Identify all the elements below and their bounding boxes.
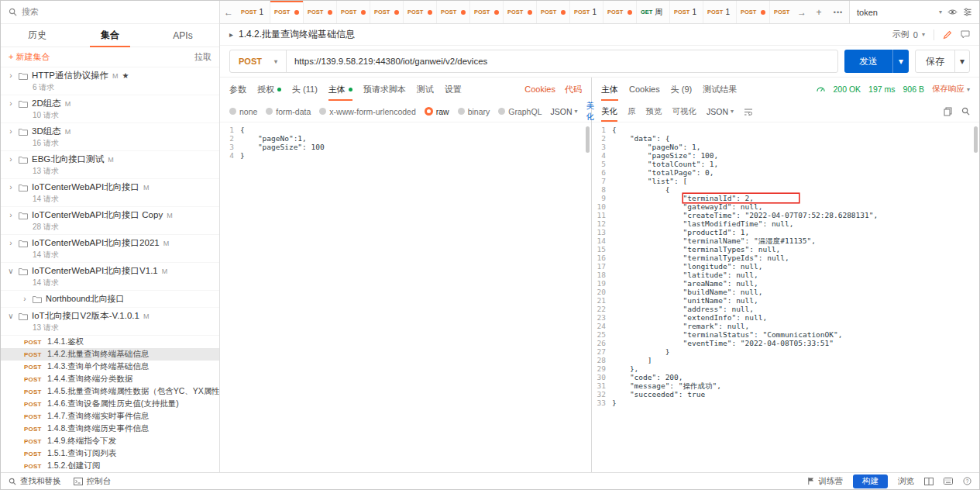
open-request-tab[interactable]: POST1... <box>337 1 370 23</box>
response-tab[interactable]: 头 (9) <box>671 78 693 101</box>
request-list-item[interactable]: POST1.5.1.查询订阅列表 <box>1 447 219 460</box>
request-list-item[interactable]: POST1.4.4.查询终端分类数据 <box>1 373 219 385</box>
split-pane-icon[interactable] <box>924 478 934 485</box>
body-mode-none[interactable]: none <box>229 107 257 116</box>
response-language-dropdown[interactable]: JSON▾ <box>707 107 734 116</box>
sidebar-tab-1[interactable]: 集合 <box>74 24 146 47</box>
chevron-right-icon[interactable]: › <box>21 295 29 303</box>
request-body-editor[interactable]: 1{2 "pageNo":1,3 "pageSize": 1004} <box>220 122 591 472</box>
request-list-item[interactable]: POST1.5.2.创建订阅 <box>1 460 219 472</box>
chevron-down-icon[interactable]: ∨ <box>7 267 15 275</box>
open-request-tab[interactable]: POST1 <box>270 1 304 23</box>
open-request-tab[interactable]: GET周 <box>637 1 670 23</box>
save-response-dropdown[interactable]: 保存响应▾ <box>932 84 970 95</box>
open-request-tab[interactable]: POST1... <box>470 1 504 23</box>
body-mode-raw[interactable]: raw <box>425 107 449 116</box>
url-input[interactable]: https://139.9.58.219:44380/iot/ganwei/v2… <box>287 57 837 66</box>
open-request-tab[interactable]: POST1 <box>703 1 737 23</box>
open-request-tab[interactable]: POST1... <box>437 1 470 23</box>
subfolder-item[interactable]: ›Northbound北向接口 <box>1 291 219 308</box>
request-list-item[interactable]: POST1.4.1.鉴权 <box>1 336 219 348</box>
request-list-item[interactable]: POST1.4.5.批量查询终端属性数据（包含YC、YX属性实时值） <box>1 385 219 398</box>
open-request-tab[interactable]: POST1... <box>404 1 437 23</box>
save-options-icon[interactable]: ▾ <box>954 50 969 72</box>
response-view-tab[interactable]: 预览 <box>646 101 662 122</box>
body-mode-form-data[interactable]: form-data <box>266 107 311 116</box>
star-icon[interactable]: ★ <box>122 71 129 80</box>
request-editor-tab[interactable]: 测试 <box>417 78 434 101</box>
request-editor-tab[interactable]: 授权 <box>257 78 281 101</box>
collection-item[interactable]: ›IoTCenterWebAPI北向接口 CopyM28 请求 <box>1 207 219 235</box>
collapse-icon[interactable]: ▸ <box>229 30 233 39</box>
tab-options-icon[interactable]: ••• <box>827 1 849 23</box>
chevron-down-icon[interactable]: ∨ <box>7 312 15 320</box>
response-tab[interactable]: Cookies <box>629 78 660 101</box>
request-list-item[interactable]: POST1.4.2.批量查询终端基础信息 <box>1 348 219 361</box>
help-icon[interactable]: ? <box>963 477 971 485</box>
response-view-tab[interactable]: 美化 <box>601 101 617 122</box>
request-editor-tab[interactable]: 设置 <box>445 78 462 101</box>
collection-item[interactable]: ∨IoT北向接口V2版本-V.1.0.1M13 请求 <box>1 308 219 336</box>
new-collection-button[interactable]: + 新建集合 <box>9 51 50 63</box>
response-view-tab[interactable]: 可视化 <box>672 101 697 122</box>
new-tab-button[interactable]: + <box>810 1 827 23</box>
open-request-tab[interactable]: POST1 <box>237 1 270 23</box>
response-view-tab[interactable]: 原 <box>628 101 636 122</box>
code-link[interactable]: 代码 <box>565 84 582 95</box>
collection-item[interactable]: ›HTTP通信协议操作M★6 请求 <box>1 67 219 95</box>
save-button[interactable]: 保存 ▾ <box>915 50 970 73</box>
open-request-tab[interactable]: POST1... <box>737 1 770 23</box>
examples-dropdown[interactable]: 示例 0 ▾ <box>892 29 925 40</box>
open-request-tab[interactable]: POST1 <box>570 1 603 23</box>
collection-item[interactable]: ›IoTCenterWebAPI北向接口2021M14 请求 <box>1 235 219 263</box>
collection-item[interactable]: ∨IoTCenterWebAPI北向接口V1.1M14 请求 <box>1 263 219 291</box>
request-editor-tab[interactable]: 头 (11) <box>292 78 318 101</box>
request-editor-tab[interactable]: 参数 <box>229 78 246 101</box>
back-icon[interactable]: ← <box>220 1 237 23</box>
chevron-right-icon[interactable]: › <box>7 99 15 108</box>
build-button[interactable]: 构建 <box>853 474 888 488</box>
body-mode-binary[interactable]: binary <box>458 107 490 116</box>
environment-settings-icon[interactable] <box>963 8 972 16</box>
shortcuts-icon[interactable] <box>944 478 953 485</box>
pull-button[interactable]: 拉取 <box>194 51 211 63</box>
request-list-item[interactable]: POST1.4.9.终端指令下发 <box>1 435 219 447</box>
open-request-tab[interactable]: POST1... <box>304 1 337 23</box>
request-list-item[interactable]: POST1.4.3.查询单个终端基础信息 <box>1 361 219 373</box>
response-body-viewer[interactable]: 1{2 "data": {3 "pageNo": 1,4 "pageSize":… <box>592 122 979 472</box>
raw-language-dropdown[interactable]: JSON▾ <box>550 107 577 116</box>
collection-item[interactable]: ›2D组态M10 请求 <box>1 95 219 123</box>
open-request-tab[interactable]: POST1... <box>603 1 637 23</box>
comment-icon[interactable] <box>961 30 970 39</box>
edit-icon[interactable] <box>943 30 952 40</box>
sidebar-tab-2[interactable]: APIs <box>146 24 219 47</box>
open-request-tab[interactable]: POST1... <box>770 1 793 23</box>
scrollbar-thumb[interactable] <box>586 126 590 153</box>
environment-eye-icon[interactable] <box>947 9 958 16</box>
chevron-right-icon[interactable]: › <box>7 211 15 219</box>
request-list-item[interactable]: POST1.4.7.查询终端实时事件信息 <box>1 410 219 423</box>
collection-item[interactable]: ›3D组态M16 请求 <box>1 123 219 151</box>
forward-icon[interactable]: → <box>793 1 810 23</box>
cookies-link[interactable]: Cookies <box>524 85 555 94</box>
open-request-tab[interactable]: POST1... <box>537 1 570 23</box>
chevron-right-icon[interactable]: › <box>7 183 15 192</box>
request-list-item[interactable]: POST1.4.6.查询设备属性历史值(支持批量) <box>1 398 219 410</box>
browse-button[interactable]: 浏览 <box>898 476 914 487</box>
send-options-icon[interactable]: ▾ <box>892 50 909 73</box>
chevron-right-icon[interactable]: › <box>7 127 15 136</box>
body-mode-x-www-form-urlencoded[interactable]: x-www-form-urlencoded <box>319 107 415 116</box>
chevron-right-icon[interactable]: › <box>7 155 15 164</box>
environment-selector[interactable]: token ▾ <box>849 1 979 23</box>
console-button[interactable]: 控制台 <box>74 476 112 487</box>
sidebar-tab-0[interactable]: 历史 <box>1 24 74 47</box>
request-editor-tab[interactable]: 预请求脚本 <box>363 78 406 101</box>
scrollbar-thumb[interactable] <box>974 126 978 153</box>
copy-icon[interactable] <box>944 107 952 116</box>
search-icon[interactable] <box>961 107 970 116</box>
response-tab[interactable]: 测试结果 <box>703 78 737 101</box>
collection-item[interactable]: ›IoTCenterWebAPI北向接口M14 请求 <box>1 179 219 207</box>
open-request-tab[interactable]: POST1 <box>670 1 703 23</box>
send-button[interactable]: 发送 ▾ <box>844 50 909 73</box>
request-list-item[interactable]: POST1.4.8.查询终端历史事件信息 <box>1 423 219 435</box>
